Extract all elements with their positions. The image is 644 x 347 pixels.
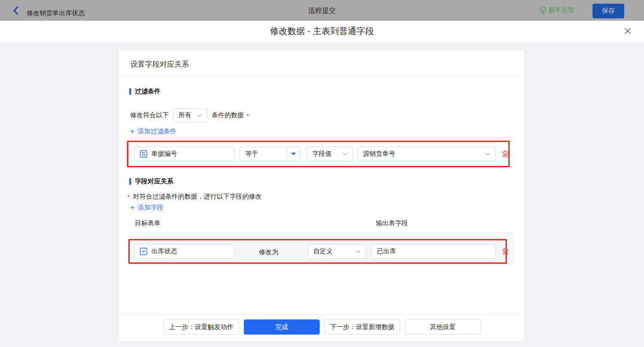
top-navbar: 修改销货单出库状态 流程提交 新手引导 保存: [0, 0, 644, 21]
prev-step-button[interactable]: 上一步：设置触发动作: [163, 319, 239, 335]
chevron-down-icon: [197, 114, 202, 117]
delete-filter-row-icon[interactable]: [502, 150, 509, 158]
modal-title: 修改数据 - 主表到普通字段: [0, 21, 644, 42]
value-type-select[interactable]: 字段值: [307, 147, 353, 161]
field-dropdown-icon: [140, 248, 147, 255]
condition-suffix: 条件的数据: [212, 111, 244, 119]
add-filter-condition-link[interactable]: + 添加过滤条件: [130, 127, 176, 136]
filter-field-value: 单据编号: [151, 150, 177, 158]
modal-body: 设置字段对应关系 过滤条件 修改符合以下 所有 条件的数据 * + 添加过滤条件: [0, 43, 644, 347]
modify-mode-select[interactable]: 自定义: [308, 244, 366, 259]
condition-select[interactable]: 所有: [173, 108, 207, 122]
mapping-description: * 对符合过滤条件的数据，进行以下字段的修改: [127, 193, 262, 201]
close-icon[interactable]: [625, 28, 631, 34]
mapping-section-title: 字段对应关系: [129, 177, 173, 186]
modal-header: 修改数据 - 主表到普通字段: [0, 21, 644, 42]
guide-link[interactable]: 新手引导: [540, 6, 574, 15]
divider: [119, 77, 524, 77]
footer-divider: [119, 314, 524, 315]
required-asterisk: *: [247, 113, 249, 119]
operator-select[interactable]: 等于: [240, 147, 300, 161]
card-title: 设置字段对应关系: [130, 51, 189, 77]
value-type-value: 字段值: [312, 150, 332, 158]
chevron-down-icon: [356, 250, 361, 253]
column-header-output: 输出表字段: [376, 219, 408, 228]
modify-mode-value: 自定义: [313, 247, 333, 256]
column-header-target: 目标表单: [135, 219, 161, 228]
operator-caret-button[interactable]: [287, 147, 300, 161]
target-field-value: 出库状态: [151, 247, 177, 256]
plus-icon: +: [130, 127, 134, 136]
caret-down-icon: [291, 153, 296, 155]
operator-value: 等于: [240, 147, 287, 161]
condition-prefix: 修改符合以下: [130, 111, 169, 119]
filter-value-select[interactable]: 源销货单号: [357, 147, 496, 161]
condition-select-value: 所有: [178, 111, 191, 119]
section-accent-bar: [129, 88, 131, 95]
delete-mapping-row-icon[interactable]: [502, 248, 509, 255]
done-button[interactable]: 完成: [244, 319, 320, 335]
custom-value-input[interactable]: 已出库: [371, 244, 496, 259]
required-asterisk: *: [127, 193, 130, 201]
chevron-down-icon: [485, 153, 490, 156]
divider: [129, 232, 514, 233]
chevron-down-icon: [343, 153, 348, 156]
add-field-link[interactable]: + 添加字段: [130, 204, 163, 212]
custom-value: 已出库: [377, 247, 396, 256]
modify-label: 修改为: [259, 248, 278, 256]
filter-field-input[interactable]: 单据编号: [134, 147, 235, 161]
filter-section-title: 过滤条件: [129, 87, 161, 96]
guide-label: 新手引导: [548, 6, 574, 15]
filter-value: 源销货单号: [363, 150, 395, 158]
settings-card: 设置字段对应关系 过滤条件 修改符合以下 所有 条件的数据 * + 添加过滤条件: [119, 51, 524, 341]
save-button[interactable]: 保存: [592, 4, 624, 18]
next-step-button[interactable]: 下一步：设置新增数据: [324, 319, 400, 335]
target-field-input[interactable]: 出库状态: [134, 244, 235, 259]
lightbulb-icon: [540, 6, 546, 15]
field-exchange-icon: [140, 150, 147, 158]
other-settings-button[interactable]: 其他设置: [405, 319, 481, 335]
plus-icon: +: [130, 204, 134, 212]
section-accent-bar: [129, 178, 131, 185]
condition-row: 修改符合以下 所有 条件的数据 *: [130, 108, 249, 122]
